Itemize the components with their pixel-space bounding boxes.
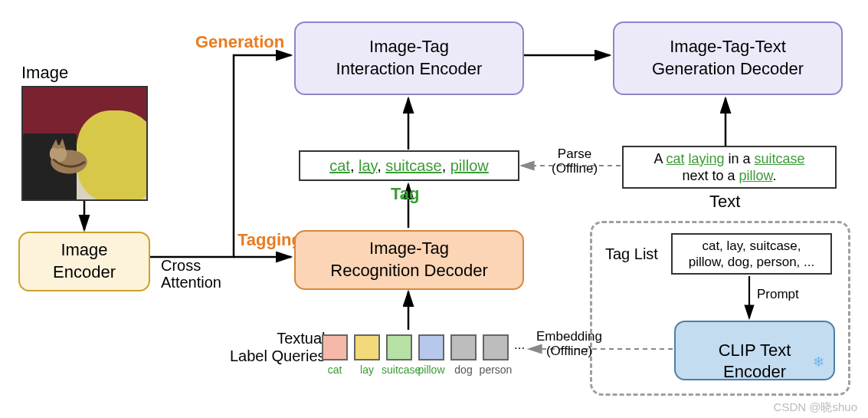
tag-0: cat	[329, 157, 350, 174]
clip-text-encoder-label: CLIP Text Encoder	[719, 318, 791, 383]
image-encoder-label: Image Encoder	[53, 239, 116, 283]
tagging-label: Tagging	[237, 230, 302, 250]
image-heading: Image	[21, 63, 68, 83]
parse-label: Parse (Offline)	[552, 147, 598, 176]
tag-list-contents-display: cat, lay, suitcase, pillow, dog, person,…	[689, 238, 814, 271]
query-square-suitcase	[386, 334, 412, 360]
tag-list-box: cat, lay, suitcase, pillow, dog, person,…	[671, 233, 832, 275]
query-square-pillow	[418, 334, 444, 360]
generation-decoder-box: Image-Tag-Text Generation Decoder	[613, 21, 843, 95]
cap-mid1: in a	[725, 151, 755, 166]
query-label-person: person	[478, 364, 513, 376]
cross-attention-label: Cross Attention	[161, 257, 221, 291]
sample-image	[21, 86, 148, 201]
svg-marker-13	[58, 138, 66, 149]
tag-list-inline: cat, lay, suitcase, pillow	[329, 156, 489, 176]
generation-label: Generation	[195, 32, 284, 52]
caption-box: A cat laying in a suitcase next to a pil…	[622, 146, 837, 189]
clip-label-text: CLIP Text Encoder	[719, 341, 791, 382]
image-encoder-box: Image Encoder	[18, 232, 150, 291]
query-label-dog: dog	[446, 364, 481, 376]
query-label-lay: lay	[349, 364, 385, 376]
tag-2: suitcase	[385, 157, 441, 174]
recognition-decoder-box: Image-Tag Recognition Decoder	[294, 230, 524, 290]
query-label-cat: cat	[317, 364, 352, 376]
caption-text: A cat laying in a suitcase next to a pil…	[653, 150, 804, 185]
interaction-encoder-label: Image-Tag Interaction Encoder	[336, 36, 483, 80]
query-label-suitcase: suitcase	[382, 364, 417, 376]
generation-decoder-label: Image-Tag-Text Generation Decoder	[652, 36, 804, 80]
text-heading: Text	[709, 192, 740, 212]
embedding-label: Embedding (Offline)	[536, 330, 602, 358]
query-label-pillow: pillow	[414, 364, 449, 376]
cap-t2: suitcase	[755, 151, 805, 166]
query-square-lay	[354, 334, 380, 360]
cap-mid2: next to a	[682, 168, 739, 183]
tag-list-label: Tag List	[605, 245, 658, 263]
prompt-label: Prompt	[757, 287, 799, 302]
clip-text-encoder-box: CLIP Text Encoder ❄	[674, 321, 835, 380]
tag-heading: Tag	[391, 184, 419, 204]
cap-pre: A	[653, 151, 666, 166]
textual-label-queries: Textual Label Queries	[230, 330, 326, 365]
snowflake-icon: ❄	[813, 354, 824, 371]
ellipsis: ...	[514, 337, 525, 353]
query-square-cat	[322, 334, 348, 360]
watermark: CSDN @晓shuo	[774, 400, 857, 415]
tag-3: pillow	[450, 157, 489, 174]
cap-t1: laying	[688, 151, 724, 166]
svg-marker-12	[52, 140, 60, 150]
cap-t3: pillow	[739, 168, 773, 183]
tag-box: cat, lay, suitcase, pillow	[299, 150, 519, 181]
cap-end: .	[773, 168, 777, 183]
query-square-dog	[450, 334, 477, 360]
interaction-encoder-box: Image-Tag Interaction Encoder	[294, 21, 524, 95]
cap-t0: cat	[666, 151, 684, 166]
query-square-person	[483, 334, 509, 360]
recognition-decoder-label: Image-Tag Recognition Decoder	[330, 238, 487, 281]
tag-1: lay	[359, 157, 377, 174]
